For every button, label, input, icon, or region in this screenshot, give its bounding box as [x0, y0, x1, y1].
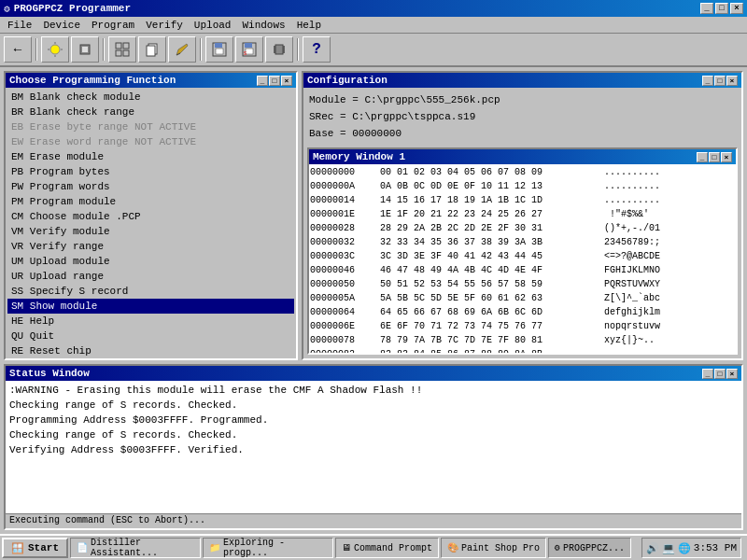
func-item-br[interactable]: BR Blank check range	[7, 105, 294, 119]
task-paintshop[interactable]: 🎨 Paint Shop Pro	[441, 538, 546, 558]
func-item-cm[interactable]: CM Choose module .PCP	[7, 209, 294, 224]
menu-help[interactable]: Help	[291, 19, 327, 32]
memory-minimize[interactable]: _	[697, 152, 708, 162]
taskbar: 🪟 Start 📄 Distiller Assistant... 📁 Explo…	[0, 534, 747, 560]
mem-row: 0000000A 0A 0B 0C 0D 0E 0F 10 11 12 13 .…	[310, 179, 735, 193]
func-item-sm[interactable]: SM Show module	[7, 299, 294, 314]
title-bar: ⚙ PROGPPCZ Programmer _ □ ×	[0, 0, 747, 17]
chip-button[interactable]	[71, 36, 99, 63]
app-icon: ⚙	[4, 3, 10, 15]
task-exploring-icon: 📁	[209, 542, 220, 553]
func-item-pw[interactable]: PW Program words	[7, 179, 294, 194]
mem-row: 0000001E 1E 1F 20 21 22 23 24 25 26 27 !…	[310, 207, 735, 221]
func-item-ur[interactable]: UR Upload range	[7, 269, 294, 284]
task-exploring[interactable]: 📁 Exploring - progp...	[203, 538, 333, 558]
func-item-he[interactable]: HE Help	[7, 314, 294, 329]
left-panel-controls: _ □ ×	[257, 76, 292, 86]
task-paint-icon: 🎨	[447, 542, 458, 553]
sys-tray-icon3: 🌐	[678, 542, 691, 554]
grid-button[interactable]	[108, 36, 136, 63]
func-item-em[interactable]: EM Erase module	[7, 149, 294, 164]
status-maximize[interactable]: □	[714, 369, 726, 379]
config-srec: SRec = C:\prgppc\tsppca.s19	[309, 108, 736, 125]
maximize-button[interactable]: □	[715, 3, 728, 14]
menu-verify[interactable]: Verify	[140, 19, 189, 32]
help-button[interactable]: ?	[303, 36, 331, 63]
right-panel-title: Configuration _ □ ×	[303, 73, 741, 88]
menu-device[interactable]: Device	[37, 19, 86, 32]
config-base: Base = 00000000	[309, 125, 736, 142]
start-label: Start	[28, 542, 59, 553]
menu-upload[interactable]: Upload	[189, 19, 237, 32]
svg-rect-8	[123, 43, 129, 49]
status-close[interactable]: ×	[726, 369, 738, 379]
copy-button[interactable]	[138, 36, 166, 63]
memory-close[interactable]: ×	[721, 152, 732, 162]
status-panel-controls: _ □ ×	[702, 369, 738, 379]
task-prog-label: PROGPPCZ...	[563, 543, 625, 553]
func-item-re[interactable]: RE Reset chip	[7, 343, 294, 358]
mem-row: 00000014 14 15 16 17 18 19 1A 1B 1C 1D .…	[310, 193, 735, 207]
menu-windows[interactable]: Windows	[236, 19, 290, 32]
toolbar-sep-3	[200, 38, 202, 61]
task-prog-icon: ⚙	[555, 542, 560, 553]
svg-marker-13	[176, 44, 188, 55]
start-icon: 🪟	[11, 542, 24, 554]
status-content: :WARNING - Erasing this module will eras…	[6, 381, 741, 513]
left-panel-maximize[interactable]: □	[269, 76, 280, 86]
left-panel-minimize[interactable]: _	[257, 76, 268, 86]
save-button[interactable]	[205, 36, 233, 63]
close-button[interactable]: ×	[730, 3, 743, 14]
right-panel: Configuration _ □ × Module = C:\prgppc\5…	[302, 71, 743, 360]
task-progppcz[interactable]: ⚙ PROGPPCZ...	[548, 538, 631, 558]
back-button[interactable]: ←	[4, 36, 32, 63]
func-item-qu[interactable]: QU Quit	[7, 329, 294, 343]
func-item-ss[interactable]: SS Specify S record	[7, 284, 294, 299]
status-line: Checking range of S records. Checked.	[9, 398, 738, 413]
func-item-pb[interactable]: PB Program bytes	[7, 164, 294, 179]
status-window: Status Window _ □ × :WARNING - Erasing t…	[4, 364, 743, 530]
left-panel-title-text: Choose Programming Function	[9, 75, 176, 86]
title-bar-controls: _ □ ×	[700, 3, 743, 14]
save2-button[interactable]: S	[235, 36, 263, 63]
right-panel-close[interactable]: ×	[726, 76, 738, 86]
menu-bar: File Device Program Verify Upload Window…	[0, 17, 747, 34]
task-exploring-label: Exploring - progp...	[223, 538, 327, 558]
svg-rect-6	[82, 47, 88, 52]
left-panel-close[interactable]: ×	[281, 76, 292, 86]
task-cmd-label: Command Prompt	[354, 543, 432, 553]
taskbar-right: 🔊 💻 🌐 3:53 PM	[641, 538, 745, 558]
toolbar-sep-1	[35, 38, 37, 61]
right-panel-maximize[interactable]: □	[714, 76, 726, 86]
mem-row: 00000050 50 51 52 53 54 55 56 57 58 59 P…	[310, 277, 735, 291]
func-item-um[interactable]: UM Upload module	[7, 254, 294, 269]
svg-rect-7	[116, 43, 121, 49]
mem-row: 00000028 28 29 2A 2B 2C 2D 2E 2F 30 31 (…	[310, 221, 735, 235]
func-item-bm[interactable]: BM Blank check module	[7, 90, 294, 105]
left-panel-title: Choose Programming Function _ □ ×	[6, 73, 296, 88]
sys-tray-time: 3:53 PM	[694, 542, 737, 553]
toolbar: ← S ?	[0, 34, 747, 67]
toolbar-sep-2	[103, 38, 105, 61]
status-minimize[interactable]: _	[702, 369, 713, 379]
mem-row: 00000046 46 47 48 49 4A 4B 4C 4D 4E 4F F…	[310, 263, 735, 277]
minimize-button[interactable]: _	[700, 3, 713, 14]
task-distiller-icon: 📄	[77, 542, 88, 553]
menu-program[interactable]: Program	[86, 19, 140, 32]
start-button[interactable]: 🪟 Start	[2, 538, 68, 558]
task-distiller[interactable]: 📄 Distiller Assistant...	[70, 538, 201, 558]
right-panel-minimize[interactable]: _	[702, 76, 713, 86]
sys-tray: 🔊 💻 🌐 3:53 PM	[641, 538, 741, 558]
menu-file[interactable]: File	[2, 19, 37, 32]
chip2-button[interactable]	[265, 36, 293, 63]
mem-row: 00000064 64 65 66 67 68 69 6A 6B 6C 6D d…	[310, 305, 735, 319]
memory-maximize[interactable]: □	[709, 152, 720, 162]
mem-row: 00000082 82 83 84 85 86 87 88 89 8A 8B .…	[310, 347, 735, 353]
task-distiller-label: Distiller Assistant...	[91, 538, 194, 558]
task-command-prompt[interactable]: 🖥 Command Prompt	[335, 538, 439, 558]
func-item-vr[interactable]: VR Verify range	[7, 239, 294, 254]
light-button[interactable]	[41, 36, 69, 63]
pencil-button[interactable]	[168, 36, 196, 63]
func-item-vm[interactable]: VM Verify module	[7, 224, 294, 239]
func-item-pm[interactable]: PM Program module	[7, 194, 294, 209]
